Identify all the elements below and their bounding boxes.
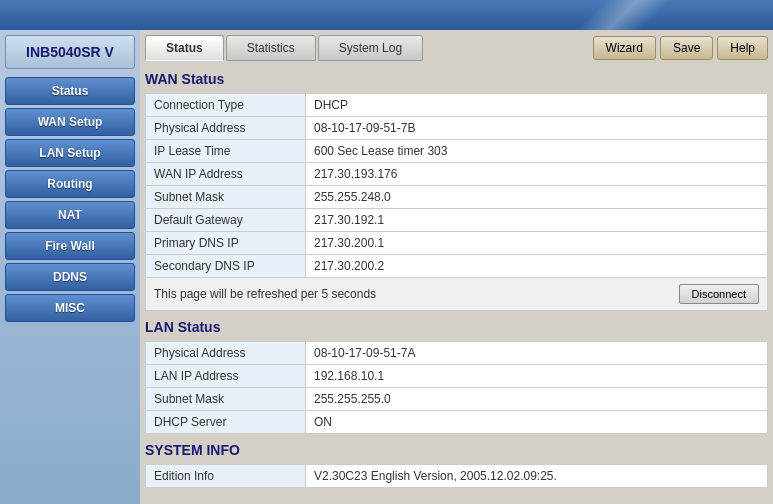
sidebar-item-misc[interactable]: MISC (5, 294, 135, 322)
help-button[interactable]: Help (717, 36, 768, 60)
table-row: DHCP Server ON (146, 411, 768, 434)
value-ip-lease-time: 600 Sec Lease timer 303 (306, 140, 768, 163)
refresh-note-row: This page will be refreshed per 5 second… (146, 278, 768, 311)
value-subnet-mask-lan: 255.255.255.0 (306, 388, 768, 411)
table-row: LAN IP Address 192.168.10.1 (146, 365, 768, 388)
label-lan-ip: LAN IP Address (146, 365, 306, 388)
toolbar-buttons: Wizard Save Help (593, 36, 768, 60)
sidebar-item-ddns[interactable]: DDNS (5, 263, 135, 291)
label-connection-type: Connection Type (146, 94, 306, 117)
sidebar-item-nat[interactable]: NAT (5, 201, 135, 229)
table-row: Edition Info V2.30C23 English Version, 2… (146, 465, 768, 488)
label-primary-dns: Primary DNS IP (146, 232, 306, 255)
table-row: Physical Address 08-10-17-09-51-7A (146, 342, 768, 365)
value-physical-address-lan: 08-10-17-09-51-7A (306, 342, 768, 365)
label-physical-address-wan: Physical Address (146, 117, 306, 140)
sidebar-item-firewall[interactable]: Fire Wall (5, 232, 135, 260)
wan-status-header: WAN Status (145, 69, 768, 89)
sidebar-item-wan-setup[interactable]: WAN Setup (5, 108, 135, 136)
tab-status[interactable]: Status (145, 35, 224, 61)
table-row: Primary DNS IP 217.30.200.1 (146, 232, 768, 255)
value-wan-ip: 217.30.193.176 (306, 163, 768, 186)
header-banner (0, 0, 773, 30)
value-edition-info: V2.30C23 English Version, 2005.12.02.09:… (306, 465, 768, 488)
value-physical-address-wan: 08-10-17-09-51-7B (306, 117, 768, 140)
app-title: INB5040SR V (5, 35, 135, 69)
table-row: Default Gateway 217.30.192.1 (146, 209, 768, 232)
table-row: WAN IP Address 217.30.193.176 (146, 163, 768, 186)
table-row: Physical Address 08-10-17-09-51-7B (146, 117, 768, 140)
value-subnet-mask-wan: 255.255.248.0 (306, 186, 768, 209)
system-info-table: Edition Info V2.30C23 English Version, 2… (145, 464, 768, 488)
label-edition-info: Edition Info (146, 465, 306, 488)
label-dhcp-server: DHCP Server (146, 411, 306, 434)
main-container: INB5040SR V Status WAN Setup LAN Setup R… (0, 30, 773, 504)
value-lan-ip: 192.168.10.1 (306, 365, 768, 388)
refresh-note: This page will be refreshed per 5 second… (154, 287, 376, 301)
lan-status-table: Physical Address 08-10-17-09-51-7A LAN I… (145, 341, 768, 434)
label-secondary-dns: Secondary DNS IP (146, 255, 306, 278)
sidebar-item-status[interactable]: Status (5, 77, 135, 105)
label-physical-address-lan: Physical Address (146, 342, 306, 365)
tab-bar: Status Statistics System Log Wizard Save… (145, 35, 768, 61)
table-row: IP Lease Time 600 Sec Lease timer 303 (146, 140, 768, 163)
label-default-gateway: Default Gateway (146, 209, 306, 232)
value-default-gateway: 217.30.192.1 (306, 209, 768, 232)
table-row: Subnet Mask 255.255.255.0 (146, 388, 768, 411)
wizard-button[interactable]: Wizard (593, 36, 656, 60)
label-ip-lease-time: IP Lease Time (146, 140, 306, 163)
sidebar: INB5040SR V Status WAN Setup LAN Setup R… (0, 30, 140, 504)
system-info-header: SYSTEM INFO (145, 440, 768, 460)
tab-buttons: Status Statistics System Log (145, 35, 593, 61)
value-secondary-dns: 217.30.200.2 (306, 255, 768, 278)
sidebar-item-routing[interactable]: Routing (5, 170, 135, 198)
tab-statistics[interactable]: Statistics (226, 35, 316, 61)
value-dhcp-server: ON (306, 411, 768, 434)
content-area: Status Statistics System Log Wizard Save… (140, 30, 773, 504)
value-primary-dns: 217.30.200.1 (306, 232, 768, 255)
table-row: Subnet Mask 255.255.248.0 (146, 186, 768, 209)
tab-system-log[interactable]: System Log (318, 35, 423, 61)
table-row: Connection Type DHCP (146, 94, 768, 117)
sidebar-item-lan-setup[interactable]: LAN Setup (5, 139, 135, 167)
lan-status-header: LAN Status (145, 317, 768, 337)
label-subnet-mask-lan: Subnet Mask (146, 388, 306, 411)
label-wan-ip: WAN IP Address (146, 163, 306, 186)
wan-status-table: Connection Type DHCP Physical Address 08… (145, 93, 768, 311)
save-button[interactable]: Save (660, 36, 713, 60)
label-subnet-mask-wan: Subnet Mask (146, 186, 306, 209)
value-connection-type: DHCP (306, 94, 768, 117)
table-row: Secondary DNS IP 217.30.200.2 (146, 255, 768, 278)
disconnect-button[interactable]: Disconnect (679, 284, 759, 304)
